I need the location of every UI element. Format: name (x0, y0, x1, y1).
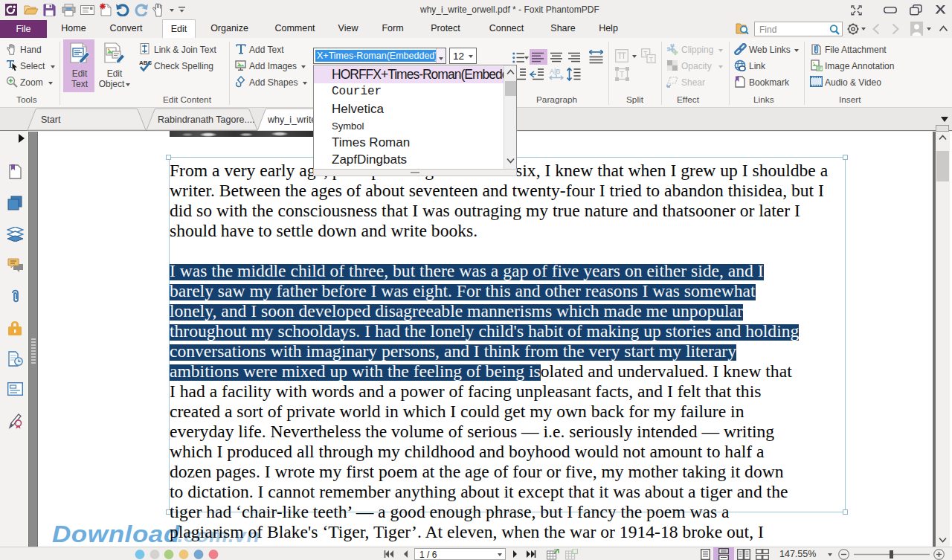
svg-text:Rabindranath Tagore....: Rabindranath Tagore.... (158, 115, 254, 125)
svg-text:T: T (620, 71, 624, 79)
svg-text:A|B: A|B (550, 68, 560, 75)
svg-text:T: T (649, 56, 654, 63)
svg-text:Start: Start (41, 115, 61, 125)
svg-text:why_i_write: why_i_write (267, 115, 316, 125)
